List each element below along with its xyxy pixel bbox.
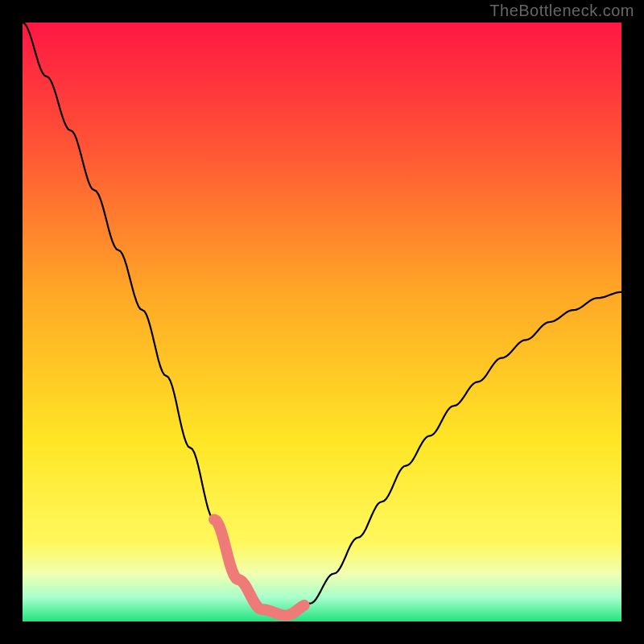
chart-container: TheBottleneck.com <box>0 0 644 644</box>
plot-area <box>23 23 621 621</box>
bottleneck-chart <box>0 0 644 644</box>
watermark-text: TheBottleneck.com <box>489 2 634 20</box>
